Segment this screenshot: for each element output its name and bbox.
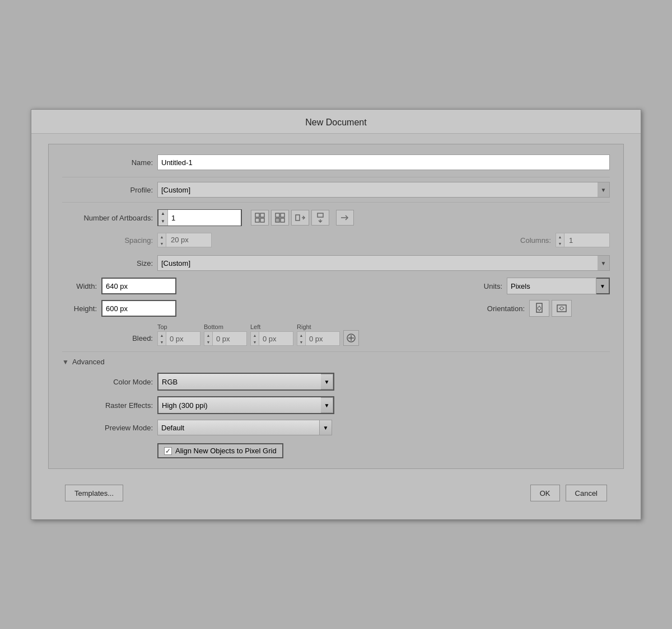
- advanced-header[interactable]: ▼ Advanced: [62, 358, 610, 366]
- arrange-right-icon[interactable]: [291, 210, 309, 226]
- advanced-arrow-icon: ▼: [62, 358, 69, 366]
- color-mode-select[interactable]: RGB: [158, 374, 321, 389]
- cancel-button[interactable]: Cancel: [566, 485, 607, 501]
- ok-button[interactable]: OK: [530, 485, 560, 501]
- bleed-link-btn[interactable]: [343, 330, 359, 346]
- profile-row: Profile: [Custom] ▼: [62, 177, 610, 203]
- bleed-right-field: Right ▲ ▼ 0 px: [297, 323, 340, 346]
- height-input-wrap: [101, 300, 176, 317]
- raster-effects-select[interactable]: High (300 ppi): [158, 397, 321, 413]
- bleed-bottom-input-wrap: ▲ ▼ 0 px: [204, 331, 247, 346]
- preview-mode-dropdown-arrow[interactable]: ▼: [320, 420, 332, 435]
- bleed-left-spin-down[interactable]: ▼: [251, 339, 259, 345]
- arrow-right-btn[interactable]: [336, 210, 354, 226]
- artboards-row: Number of Artboards: ▲ ▼: [62, 209, 610, 226]
- columns-spin-up[interactable]: ▲: [556, 233, 564, 240]
- artboards-spin-down[interactable]: ▼: [158, 218, 167, 226]
- spacing-spin-up[interactable]: ▲: [158, 233, 166, 240]
- svg-rect-2: [255, 218, 259, 222]
- pixel-grid-row: ✓ Align New Objects to Pixel Grid: [62, 443, 610, 458]
- svg-rect-6: [276, 218, 279, 222]
- dialog-title: New Document: [31, 110, 641, 134]
- size-select[interactable]: [Custom]: [157, 255, 598, 271]
- svg-rect-1: [260, 213, 264, 217]
- preview-mode-select-wrap: Default ▼: [157, 420, 332, 435]
- profile-select[interactable]: [Custom]: [157, 182, 598, 198]
- units-select-wrap: Pixels ▼: [507, 278, 610, 294]
- portrait-btn[interactable]: [529, 300, 549, 317]
- bleed-left-field: Left ▲ ▼ 0 px: [250, 323, 293, 346]
- bleed-top-spin-up[interactable]: ▲: [158, 332, 166, 339]
- bleed-top-label: Top: [157, 323, 200, 330]
- svg-rect-10: [318, 213, 323, 217]
- size-dropdown-arrow[interactable]: ▼: [598, 255, 610, 271]
- columns-spin-down[interactable]: ▼: [556, 240, 564, 247]
- color-mode-dropdown-arrow[interactable]: ▼: [321, 374, 333, 389]
- columns-spinner: ▲ ▼: [556, 233, 564, 247]
- bleed-top-value: 0 px: [166, 335, 200, 343]
- bleed-section: Bleed: Top ▲ ▼ 0 px: [62, 323, 610, 346]
- bleed-right-spinner: ▲ ▼: [297, 332, 306, 345]
- raster-effects-dropdown-arrow[interactable]: ▼: [321, 397, 333, 413]
- profile-label: Profile:: [62, 186, 157, 194]
- preview-mode-select[interactable]: Default: [157, 420, 320, 435]
- bleed-label: Bleed:: [62, 334, 157, 346]
- pixel-grid-checkbox-wrap[interactable]: ✓ Align New Objects to Pixel Grid: [157, 443, 283, 458]
- columns-label: Columns:: [520, 236, 551, 245]
- width-input[interactable]: [102, 279, 175, 293]
- bleed-top-spinner: ▲ ▼: [158, 332, 166, 345]
- raster-effects-select-wrap: High (300 ppi) ▼: [157, 396, 334, 414]
- width-field: Width:: [62, 278, 176, 294]
- artboards-label: Number of Artboards:: [62, 214, 157, 222]
- arrange-down-icon[interactable]: [311, 210, 329, 226]
- profile-dropdown-arrow[interactable]: ▼: [598, 182, 610, 198]
- bleed-left-spin-up[interactable]: ▲: [251, 332, 259, 339]
- svg-rect-8: [296, 215, 300, 220]
- bleed-top-input-wrap: ▲ ▼ 0 px: [157, 331, 200, 346]
- wh-fields: Width: Height:: [62, 278, 176, 317]
- orientation-label: Orientation:: [462, 304, 529, 313]
- bleed-bottom-spinner: ▲ ▼: [204, 332, 213, 345]
- columns-input-wrap: ▲ ▼ 1: [556, 233, 610, 247]
- preview-mode-row: Preview Mode: Default ▼: [62, 420, 610, 435]
- color-mode-select-wrap: RGB ▼: [157, 373, 334, 391]
- grid-layout-icon[interactable]: [251, 210, 269, 226]
- spacing-spin-down[interactable]: ▼: [158, 240, 166, 247]
- height-input[interactable]: [102, 301, 175, 316]
- pixel-grid-checkbox[interactable]: ✓: [164, 447, 172, 455]
- units-orient-section: Units: Pixels ▼ Orientation:: [462, 278, 610, 317]
- bleed-fields-container: Top ▲ ▼ 0 px Bottom: [157, 323, 610, 346]
- main-panel: Name: Profile: [Custom] ▼ Number of Artb…: [48, 144, 624, 469]
- columns-value: 1: [564, 236, 609, 245]
- size-select-wrap: [Custom] ▼: [157, 255, 610, 271]
- wh-units-section: Width: Height:: [62, 278, 610, 317]
- bleed-top-spin-down[interactable]: ▼: [158, 339, 166, 345]
- dialog-body: Name: Profile: [Custom] ▼ Number of Artb…: [31, 134, 641, 519]
- width-input-wrap: [101, 278, 176, 294]
- bleed-bottom-spin-up[interactable]: ▲: [204, 332, 212, 339]
- artboards-input[interactable]: [168, 210, 241, 226]
- landscape-btn[interactable]: [552, 300, 572, 317]
- advanced-section: ▼ Advanced Color Mode: RGB ▼: [62, 351, 610, 458]
- units-select[interactable]: Pixels: [507, 278, 596, 294]
- bleed-right-spin-down[interactable]: ▼: [297, 339, 305, 345]
- name-input[interactable]: [157, 154, 610, 170]
- artboards-spin-up[interactable]: ▲: [158, 210, 167, 218]
- bleed-left-input-wrap: ▲ ▼ 0 px: [250, 331, 293, 346]
- spacing-cols-row: Spacing: ▲ ▼ 20 px Columns: ▲ ▼: [62, 233, 610, 247]
- bleed-right-spin-up[interactable]: ▲: [297, 332, 305, 339]
- units-dropdown-arrow[interactable]: ▼: [596, 278, 610, 294]
- height-label: Height:: [62, 304, 101, 313]
- bleed-bottom-value: 0 px: [213, 335, 246, 343]
- preview-mode-label: Preview Mode:: [62, 424, 157, 432]
- svg-point-14: [538, 307, 541, 310]
- bleed-left-value: 0 px: [259, 335, 293, 343]
- bleed-bottom-spin-down[interactable]: ▼: [204, 339, 212, 345]
- profile-select-wrap: [Custom] ▼: [157, 182, 610, 198]
- bleed-left-spinner: ▲ ▼: [251, 332, 259, 345]
- units-row: Units: Pixels ▼: [462, 278, 610, 294]
- templates-button[interactable]: Templates...: [65, 485, 123, 501]
- advanced-content: Color Mode: RGB ▼ Raster Effects:: [62, 373, 610, 458]
- bleed-bottom-label: Bottom: [204, 323, 247, 330]
- grid-arrange-icon[interactable]: [271, 210, 289, 226]
